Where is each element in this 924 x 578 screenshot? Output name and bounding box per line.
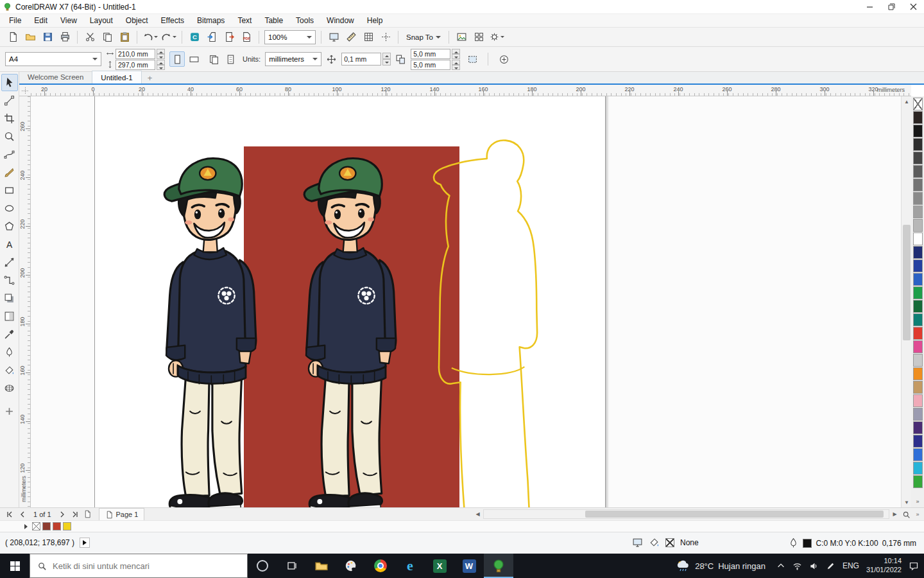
transparency-tool[interactable] <box>1 308 18 325</box>
color-proof-icon[interactable] <box>632 537 643 548</box>
add-tools-button[interactable] <box>1 403 18 420</box>
palette-swatch[interactable] <box>913 475 923 488</box>
canvas-artwork[interactable] <box>31 96 901 507</box>
first-page-button[interactable] <box>4 509 15 520</box>
show-guidelines-button[interactable] <box>377 30 394 45</box>
palette-swatch[interactable] <box>913 367 923 380</box>
export-button[interactable] <box>221 30 237 45</box>
horizontal-scroll-thumb[interactable] <box>585 511 884 518</box>
start-button[interactable] <box>0 554 30 578</box>
palette-swatch[interactable] <box>913 219 923 232</box>
current-page-button[interactable] <box>223 51 238 67</box>
vertical-scrollbar[interactable]: ▲ ▼ <box>901 96 911 507</box>
fill-color-icon[interactable] <box>649 537 660 548</box>
palette-swatch[interactable] <box>913 462 923 475</box>
copy-button[interactable] <box>99 30 116 45</box>
paint-taskbar-button[interactable] <box>336 554 366 578</box>
shape-tool[interactable] <box>1 92 18 109</box>
fullscreen-preview-button[interactable] <box>325 30 342 45</box>
menu-text[interactable]: Text <box>231 15 258 26</box>
color-eyedropper-tool[interactable] <box>1 326 18 343</box>
palette-swatch[interactable] <box>913 246 923 259</box>
cut-button[interactable] <box>81 30 98 45</box>
paste-button[interactable] <box>116 30 133 45</box>
file-explorer-taskbar-button[interactable] <box>307 554 336 578</box>
palette-swatch[interactable] <box>913 206 923 218</box>
speaker-icon[interactable] <box>809 561 819 571</box>
parallel-dimension-tool[interactable] <box>1 254 18 271</box>
palette-swatch[interactable] <box>913 394 923 407</box>
menu-file[interactable]: File <box>3 15 28 26</box>
page-width-spinner[interactable] <box>157 49 165 59</box>
open-button[interactable] <box>22 30 38 45</box>
palette-swatch[interactable] <box>913 286 923 299</box>
portrait-button[interactable] <box>169 51 185 67</box>
chrome-taskbar-button[interactable] <box>366 554 395 578</box>
palette-swatch[interactable] <box>913 111 923 124</box>
palette-swatch[interactable] <box>913 179 923 191</box>
minimize-button[interactable] <box>859 0 880 14</box>
page-size-combo[interactable]: A4 <box>5 52 101 66</box>
boy-illustration-left[interactable] <box>164 159 256 507</box>
wifi-icon[interactable] <box>792 561 802 571</box>
document-palette-swatch[interactable] <box>63 522 71 530</box>
palette-swatch[interactable] <box>913 125 923 137</box>
word-taskbar-button[interactable]: W <box>454 554 484 578</box>
edge-taskbar-button[interactable]: e <box>395 554 425 578</box>
task-view-button[interactable] <box>277 554 307 578</box>
tab-welcome-screen[interactable]: Welcome Screen <box>19 71 92 83</box>
palette-swatch[interactable] <box>913 381 923 394</box>
snap-to-dropdown[interactable]: Snap To <box>402 30 445 44</box>
rectangle-tool[interactable] <box>1 182 18 199</box>
show-grid-button[interactable] <box>360 30 377 45</box>
scroll-left-arrow[interactable]: ◀ <box>473 509 483 519</box>
document-no-color-swatch[interactable] <box>32 522 40 530</box>
palette-flyout-button[interactable]: » <box>916 498 919 505</box>
welcome-screen-button[interactable] <box>453 30 470 45</box>
duplicate-x-input[interactable]: 5,0 mm <box>411 49 450 59</box>
duplicate-x-spinner[interactable] <box>452 49 460 59</box>
tray-expand-icon[interactable] <box>776 561 785 570</box>
palette-swatch[interactable] <box>913 435 923 448</box>
tab-untitled-1[interactable]: Untitled-1 <box>92 71 141 83</box>
landscape-button[interactable] <box>186 51 201 67</box>
drop-shadow-tool[interactable] <box>1 290 18 307</box>
publish-pdf-button[interactable] <box>238 30 255 45</box>
close-button[interactable] <box>902 0 924 14</box>
polygon-tool[interactable] <box>1 218 18 235</box>
excel-taskbar-button[interactable]: X <box>425 554 454 578</box>
palette-expand-icon[interactable] <box>24 524 28 529</box>
menu-layout[interactable]: Layout <box>83 15 119 26</box>
save-button[interactable] <box>39 30 56 45</box>
search-content-button[interactable] <box>186 30 203 45</box>
notification-center-icon[interactable] <box>909 561 919 571</box>
last-page-button[interactable] <box>69 509 81 520</box>
vertical-ruler[interactable]: millimeters 260240220200180160140120 <box>19 96 31 507</box>
menu-object[interactable]: Object <box>119 15 155 26</box>
palette-swatch[interactable] <box>913 192 923 205</box>
application-launcher-button[interactable] <box>470 30 487 45</box>
cortana-button[interactable] <box>248 554 277 578</box>
zoom-tool[interactable] <box>1 128 18 145</box>
outline-pen-tool[interactable] <box>1 344 18 361</box>
smart-fill-tool[interactable] <box>1 380 18 397</box>
document-palette-swatch[interactable] <box>42 522 51 530</box>
interactive-fill-tool[interactable] <box>1 362 18 379</box>
menu-edit[interactable]: Edit <box>28 15 54 26</box>
palette-swatch[interactable] <box>913 152 923 164</box>
property-bar-options-button[interactable] <box>496 51 511 67</box>
palette-swatch[interactable] <box>913 273 923 286</box>
previous-page-button[interactable] <box>17 509 28 520</box>
weather-widget[interactable]: 28°C Hujan ringan <box>672 559 769 572</box>
vertical-scroll-thumb[interactable] <box>903 225 911 340</box>
horizontal-ruler[interactable]: millimeters 2002040608010012014016018020… <box>19 85 911 96</box>
page-width-input[interactable]: 210,0 mm <box>116 49 155 59</box>
menu-effects[interactable]: Effects <box>155 15 191 26</box>
language-indicator[interactable]: ENG <box>843 561 859 570</box>
add-page-button[interactable] <box>82 509 94 520</box>
treat-as-filled-button[interactable] <box>465 51 480 67</box>
menu-view[interactable]: View <box>54 15 83 26</box>
horizontal-scrollbar[interactable] <box>483 509 889 519</box>
nudge-spinner[interactable] <box>382 53 391 66</box>
palette-swatch[interactable] <box>913 232 923 245</box>
